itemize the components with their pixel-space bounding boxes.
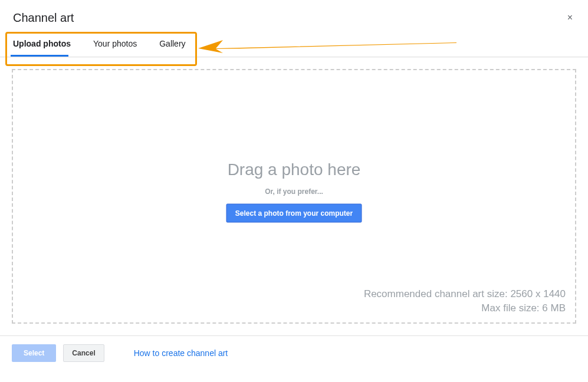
select-button[interactable]: Select xyxy=(12,344,56,362)
how-to-link[interactable]: How to create channel art xyxy=(134,348,228,358)
dropzone-content: Drag a photo here Or, if you prefer... S… xyxy=(13,160,575,223)
tabs-container: Upload photos Your photos Gallery xyxy=(0,31,588,57)
dialog-footer: Select Cancel How to create channel art xyxy=(0,336,588,370)
tab-divider xyxy=(0,57,588,57)
cancel-button[interactable]: Cancel xyxy=(63,344,104,362)
dialog-title: Channel art xyxy=(13,11,74,25)
tab-your-photos[interactable]: Your photos xyxy=(93,31,147,57)
tabs: Upload photos Your photos Gallery xyxy=(0,31,588,57)
or-text: Or, if you prefer... xyxy=(13,187,575,196)
recommended-size-text: Recommended channel art size: 2560 x 144… xyxy=(364,287,566,301)
active-tab-underline xyxy=(11,55,68,57)
max-file-size-text: Max file size: 6 MB xyxy=(364,301,566,315)
tab-gallery[interactable]: Gallery xyxy=(159,31,196,57)
tab-upload-photos[interactable]: Upload photos xyxy=(13,31,81,57)
main-area: Drag a photo here Or, if you prefer... S… xyxy=(0,57,588,335)
dialog-header: Channel art × xyxy=(0,0,588,31)
close-icon[interactable]: × xyxy=(565,11,575,25)
size-info: Recommended channel art size: 2560 x 144… xyxy=(364,287,566,315)
drag-prompt-text: Drag a photo here xyxy=(13,160,575,179)
select-photo-button[interactable]: Select a photo from your computer xyxy=(226,204,362,223)
photo-dropzone[interactable]: Drag a photo here Or, if you prefer... S… xyxy=(12,69,576,324)
